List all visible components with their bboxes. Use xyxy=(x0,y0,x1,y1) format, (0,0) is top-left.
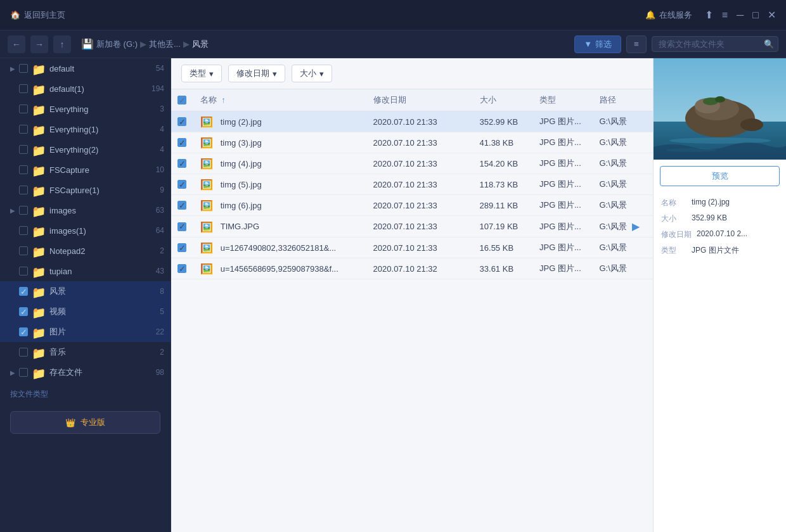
view-toggle-button[interactable]: ≡ xyxy=(626,35,647,53)
table-row[interactable]: ✓🖼️timg (5).jpg2020.07.10 21:33118.73 KB… xyxy=(171,174,653,195)
row-path-cell: G:\风景 xyxy=(593,258,654,279)
sidebar-item-everything2[interactable]: 📁Everything(2)4 xyxy=(0,139,171,160)
header-path[interactable]: 路径 xyxy=(593,89,654,111)
filter-size[interactable]: 大小 ▾ xyxy=(292,65,332,82)
minimize-icon[interactable]: ─ xyxy=(737,10,744,21)
sidebar-checkbox-shipin[interactable]: ✓ xyxy=(19,307,28,316)
header-name[interactable]: 名称 ↑ xyxy=(194,89,367,111)
online-service-button[interactable]: 🔔 在线服务 xyxy=(645,10,692,21)
table-row[interactable]: ✓🖼️timg (4).jpg2020.07.10 21:33154.20 KB… xyxy=(171,153,653,174)
select-all-checkbox[interactable]: ✓ xyxy=(177,96,186,104)
sidebar-item-everything[interactable]: 📁Everything3 xyxy=(0,99,171,119)
sidebar-item-label: images xyxy=(49,206,149,215)
share-icon[interactable]: ⬆ xyxy=(705,9,713,21)
row-checkbox[interactable]: ✓ xyxy=(177,201,186,210)
sidebar-item-yinyue[interactable]: 📁音乐2 xyxy=(0,342,171,362)
row-path: G:\风景 xyxy=(600,263,627,274)
row-path: G:\风景 xyxy=(600,137,627,148)
maximize-icon[interactable]: □ xyxy=(752,10,759,21)
sidebar-checkbox-tupian[interactable] xyxy=(19,267,28,276)
expand-icon[interactable]: ▶ xyxy=(10,369,19,376)
filter-icon: ▼ xyxy=(584,39,592,49)
list-icon: ≡ xyxy=(634,39,639,49)
close-icon[interactable]: ✕ xyxy=(768,9,776,21)
sidebar-checkbox-images[interactable] xyxy=(19,206,28,215)
sidebar-item-fscapture1[interactable]: 📁FSCapture(1)9 xyxy=(0,180,171,200)
play-button[interactable]: ▶ xyxy=(632,220,640,232)
filter-button[interactable]: ▼ 筛选 xyxy=(574,35,621,53)
sidebar-checkbox-images1[interactable] xyxy=(19,226,28,235)
sidebar-item-default1[interactable]: 📁default(1)194 xyxy=(0,79,171,99)
sidebar-checkbox-cunzai[interactable] xyxy=(19,368,28,377)
row-checkbox[interactable]: ✓ xyxy=(177,243,186,252)
row-name-cell: 🖼️timg (4).jpg xyxy=(194,153,367,174)
table-row[interactable]: ✓🖼️timg (2).jpg2020.07.10 21:33352.99 KB… xyxy=(171,111,653,132)
table-row[interactable]: ✓🖼️u=1267490802,3326052181&...2020.07.10… xyxy=(171,238,653,258)
preview-button[interactable]: 预览 xyxy=(660,166,780,186)
folder-icon: 📁 xyxy=(32,265,46,277)
row-name-cell: 🖼️timg (3).jpg xyxy=(194,132,367,153)
header-date[interactable]: 修改日期 xyxy=(367,89,474,111)
row-checkbox-cell: ✓ xyxy=(171,111,194,132)
table-row[interactable]: ✓🖼️u=1456568695,9259087938&f...2020.07.1… xyxy=(171,258,653,279)
sidebar-checkbox-fscapture[interactable] xyxy=(19,165,28,174)
sidebar-item-default[interactable]: ▶📁default54 xyxy=(0,58,171,79)
sidebar-item-cunzai[interactable]: ▶📁存在文件98 xyxy=(0,362,171,383)
sidebar-item-shipin[interactable]: ✓📁视频5 xyxy=(0,301,171,322)
row-checkbox[interactable]: ✓ xyxy=(177,222,186,231)
back-button[interactable]: ← xyxy=(8,35,25,53)
row-size: 107.19 KB xyxy=(474,216,533,238)
breadcrumb-path1[interactable]: 其他丢... xyxy=(149,39,181,50)
sidebar-item-images[interactable]: ▶📁images63 xyxy=(0,200,171,220)
sidebar-checkbox-fengjing[interactable]: ✓ xyxy=(19,287,28,296)
row-checkbox[interactable]: ✓ xyxy=(177,159,186,168)
header-check[interactable]: ✓ xyxy=(171,89,194,111)
sidebar-item-tupian[interactable]: 📁tupian43 xyxy=(0,261,171,281)
table-row[interactable]: ✓🖼️timg (6).jpg2020.07.10 21:33289.11 KB… xyxy=(171,195,653,216)
file-icon: 🖼️ xyxy=(200,179,214,190)
filter-type-label: 类型 xyxy=(190,68,206,79)
sidebar-checkbox-everything[interactable] xyxy=(19,104,28,113)
breadcrumb-drive[interactable]: 新加卷 (G:) xyxy=(96,39,138,50)
table-row[interactable]: ✓🖼️timg (3).jpg2020.07.10 21:3341.38 KBJ… xyxy=(171,132,653,153)
sidebar-item-fengjing[interactable]: ✓📁风景8 xyxy=(0,281,171,301)
file-icon: 🖼️ xyxy=(200,158,214,169)
search-input[interactable] xyxy=(659,39,760,49)
expand-icon[interactable]: ▶ xyxy=(10,207,19,214)
pro-button[interactable]: 👑 专业版 xyxy=(10,411,160,434)
header-size[interactable]: 大小 xyxy=(474,89,533,111)
sidebar-item-everything1[interactable]: 📁Everything(1)4 xyxy=(0,119,171,139)
svg-point-9 xyxy=(715,96,725,103)
sidebar-checkbox-tupian2[interactable]: ✓ xyxy=(19,327,28,336)
sidebar-checkbox-fscapture1[interactable] xyxy=(19,186,28,194)
forward-button[interactable]: → xyxy=(30,35,48,53)
up-button[interactable]: ↑ xyxy=(53,35,71,53)
filter-date[interactable]: 修改日期 ▾ xyxy=(228,65,285,82)
sidebar-item-notepad2[interactable]: 📁Notepad22 xyxy=(0,241,171,261)
file-name: timg (5).jpg xyxy=(221,180,262,189)
row-checkbox[interactable]: ✓ xyxy=(177,138,186,147)
sidebar-checkbox-everything1[interactable] xyxy=(19,125,28,134)
sidebar-checkbox-default[interactable] xyxy=(19,64,28,73)
sidebar-checkbox-everything2[interactable] xyxy=(19,145,28,154)
file-table: ✓ 名称 ↑ 修改日期 大小 类型 路径 ✓ xyxy=(171,89,653,279)
row-checkbox[interactable]: ✓ xyxy=(177,117,186,126)
expand-icon[interactable]: ▶ xyxy=(10,65,19,72)
header-type[interactable]: 类型 xyxy=(533,89,593,111)
file-type-filter[interactable]: 按文件类型 xyxy=(10,390,48,398)
table-row[interactable]: ✓🖼️TIMG.JPG2020.07.10 21:33107.19 KBJPG … xyxy=(171,216,653,238)
search-icon[interactable]: 🔍 xyxy=(764,39,774,49)
filter-type[interactable]: 类型 ▾ xyxy=(181,65,222,82)
folder-icon: 📁 xyxy=(32,124,46,135)
sidebar-item-tupian2[interactable]: ✓📁图片22 xyxy=(0,322,171,342)
sidebar-item-images1[interactable]: 📁images(1)64 xyxy=(0,220,171,241)
menu-icon[interactable]: ≡ xyxy=(722,10,728,21)
sidebar-checkbox-notepad2[interactable] xyxy=(19,246,28,255)
home-button[interactable]: 🏠 返回到主页 xyxy=(10,10,65,21)
sidebar-checkbox-default1[interactable] xyxy=(19,84,28,93)
folder-icon: 📁 xyxy=(32,144,46,155)
sidebar-item-fscapture[interactable]: 📁FSCapture10 xyxy=(0,160,171,180)
row-checkbox[interactable]: ✓ xyxy=(177,180,186,189)
sidebar-checkbox-yinyue[interactable] xyxy=(19,348,28,357)
row-checkbox[interactable]: ✓ xyxy=(177,264,186,273)
